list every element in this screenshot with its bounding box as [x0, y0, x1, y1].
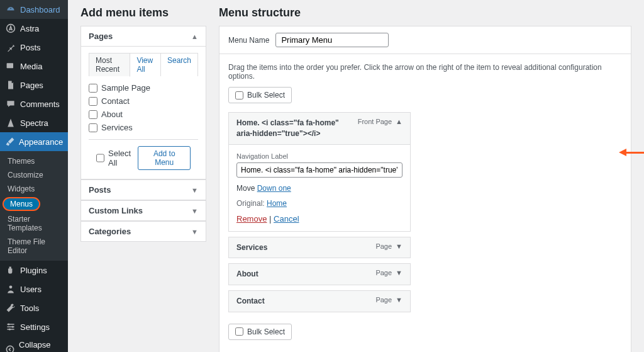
custom-links-panel-header[interactable]: Custom Links ▼ [81, 201, 206, 220]
menu-item-services: Services Page ▼ [228, 237, 411, 259]
posts-panel: Posts ▼ [80, 179, 206, 200]
checkbox-services[interactable] [89, 123, 97, 132]
pages-tabs: Most Recent View All Search [89, 53, 198, 76]
remove-link[interactable]: Remove [236, 214, 267, 224]
page-label: Sample Page [101, 83, 150, 93]
sidebar-item-label: Media [20, 62, 42, 71]
original-link[interactable]: Home [267, 199, 287, 208]
annotation-arrow [619, 149, 644, 156]
tab-view-all[interactable]: View All [130, 54, 161, 76]
cancel-link[interactable]: Cancel [274, 214, 299, 224]
checkbox-contact[interactable] [89, 97, 97, 106]
submenu-theme-file-editor[interactable]: Theme File Editor [0, 235, 68, 258]
bulk-select-top[interactable]: Bulk Select [228, 87, 292, 103]
sidebar-item-label: Plugins [20, 266, 47, 275]
move-down-link[interactable]: Down one [257, 184, 291, 193]
admin-sidebar: Dashboard Astra Posts Media Pages Commen… [0, 0, 68, 352]
panel-title: Custom Links [89, 206, 143, 215]
submenu-menus[interactable]: Menus [3, 197, 40, 211]
bulk-label: Bulk Select [247, 327, 285, 336]
page-label: Services [101, 123, 133, 132]
sidebar-item-label: Pages [20, 81, 43, 90]
categories-panel-header[interactable]: Categories ▼ [81, 222, 206, 241]
menu-item-title: About [236, 269, 258, 280]
sidebar-item-label: Settings [20, 322, 50, 332]
posts-panel-header[interactable]: Posts ▼ [81, 180, 206, 200]
menu-item-header[interactable]: Services Page ▼ [229, 237, 410, 258]
sidebar-item-label: Dashboard [20, 5, 60, 14]
add-to-menu-button[interactable]: Add to Menu [138, 146, 191, 170]
menu-item-contact: Contact Page ▼ [228, 290, 411, 312]
page-label: About [101, 110, 123, 119]
menu-item-about: About Page ▼ [228, 263, 411, 285]
menu-name-input[interactable] [275, 33, 389, 47]
bulk-select-bottom[interactable]: Bulk Select [228, 324, 292, 340]
sidebar-item-posts[interactable]: Posts [0, 38, 68, 57]
panel-title: Posts [89, 185, 111, 195]
menu-item-type: Front Page ▲ [358, 118, 402, 125]
menu-item-header[interactable]: Home. <i class="fa fa-home" aria-hidden=… [229, 113, 410, 144]
menu-name-label: Menu Name [228, 36, 269, 45]
pages-panel: Pages ▲ Most Recent View All Search Samp… [80, 26, 206, 179]
user-icon [5, 283, 16, 295]
checkbox-select-all[interactable] [96, 154, 104, 162]
sidebar-item-settings[interactable]: Settings [0, 317, 68, 336]
chevron-down-icon: ▼ [191, 228, 198, 236]
svg-point-3 [8, 323, 9, 325]
chevron-up-icon: ▲ [396, 118, 402, 125]
submenu-themes[interactable]: Themes [0, 154, 68, 168]
nav-label-input[interactable] [236, 162, 402, 178]
menu-item-header[interactable]: About Page ▼ [229, 264, 410, 285]
sidebar-item-spectra[interactable]: Spectra [0, 113, 68, 132]
svg-rect-1 [7, 63, 13, 68]
categories-panel: Categories ▼ [80, 221, 206, 242]
sidebar-item-label: Spectra [20, 118, 48, 128]
chevron-down-icon: ▼ [191, 186, 198, 194]
media-icon [5, 60, 16, 72]
svg-point-4 [12, 326, 14, 327]
sidebar-item-users[interactable]: Users [0, 280, 68, 298]
brush-icon [5, 136, 15, 147]
menu-item-title: Contact [236, 296, 265, 307]
checkbox-sample-page[interactable] [89, 84, 97, 93]
select-all-label: Select All [108, 149, 138, 167]
submenu-widgets[interactable]: Widgets [0, 182, 68, 196]
tab-most-recent[interactable]: Most Recent [89, 54, 130, 77]
menu-item-home: Home. <i class="fa fa-home" aria-hidden=… [228, 112, 411, 232]
sidebar-item-label: Collapse menu [19, 340, 63, 352]
sidebar-item-pages[interactable]: Pages [0, 76, 68, 94]
sidebar-item-comments[interactable]: Comments [0, 94, 68, 113]
sidebar-item-dashboard[interactable]: Dashboard [0, 0, 68, 19]
wrench-icon [5, 302, 16, 314]
bulk-checkbox[interactable] [235, 91, 243, 99]
checkbox-about[interactable] [89, 110, 97, 119]
sidebar-item-astra[interactable]: Astra [0, 19, 68, 38]
submenu-customize[interactable]: Customize [0, 168, 68, 182]
pages-panel-header[interactable]: Pages ▲ [81, 26, 206, 47]
panel-title: Pages [89, 31, 113, 41]
page-label: Contact [101, 96, 130, 106]
chevron-up-icon: ▲ [191, 33, 198, 40]
chevron-down-icon: ▼ [396, 269, 402, 276]
tab-search[interactable]: Search [161, 54, 197, 76]
sidebar-item-label: Posts [20, 43, 41, 52]
sidebar-item-label: Appearance [19, 137, 63, 147]
sidebar-item-plugins[interactable]: Plugins [0, 261, 68, 280]
plug-icon [5, 264, 16, 276]
circle-a-icon [5, 23, 16, 34]
sidebar-item-label: Comments [20, 99, 60, 109]
sidebar-item-collapse[interactable]: Collapse menu [0, 336, 68, 352]
chevron-down-icon: ▼ [191, 207, 198, 215]
menu-item-header[interactable]: Contact Page ▼ [229, 291, 410, 312]
pin-icon [5, 42, 16, 53]
sidebar-item-tools[interactable]: Tools [0, 298, 68, 317]
bulk-checkbox[interactable] [235, 327, 243, 336]
menu-item-title: Services [236, 242, 267, 253]
bulk-label: Bulk Select [247, 91, 285, 99]
move-label: Move [236, 184, 255, 193]
original-label: Original: [236, 199, 265, 208]
sidebar-item-appearance[interactable]: Appearance [0, 132, 68, 151]
menu-item-title: Home. <i class="fa fa-home" aria-hidden=… [236, 118, 343, 139]
submenu-starter-templates[interactable]: Starter Templates [0, 212, 68, 235]
sidebar-item-media[interactable]: Media [0, 57, 68, 76]
